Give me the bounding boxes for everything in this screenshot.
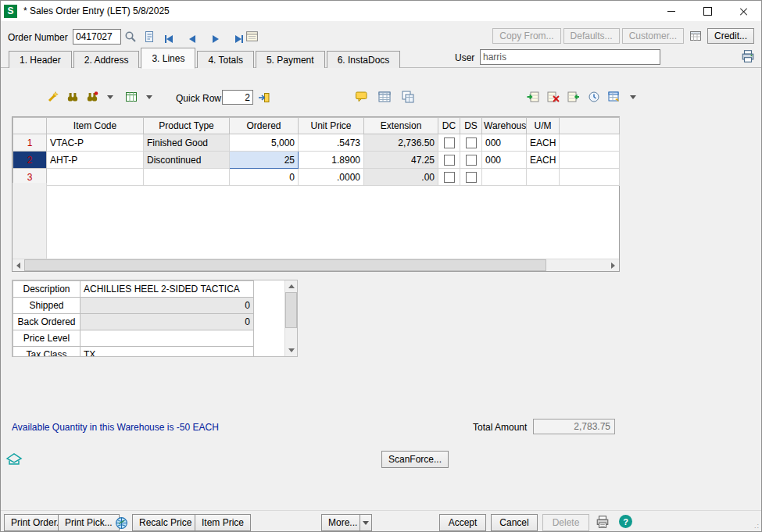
more-dropdown-button[interactable]	[360, 514, 372, 531]
detail-scroll-thumb[interactable]	[285, 292, 297, 328]
memo-icon[interactable]	[245, 29, 259, 43]
quick-row-input[interactable]	[222, 90, 253, 105]
cell-item-code[interactable]: VTAC-P	[47, 134, 144, 152]
help-icon[interactable]: ?	[619, 515, 632, 528]
cell-warehouse[interactable]: 000	[482, 152, 527, 169]
cell-ds[interactable]	[460, 134, 482, 152]
grid-customize-dropdown[interactable]	[144, 90, 155, 104]
cell-item-code[interactable]: AHT-P	[47, 152, 144, 169]
cell-ds[interactable]	[460, 169, 482, 186]
col-ds[interactable]: DS	[460, 118, 482, 134]
detail-value-description[interactable]: ACHILLIES HEEL 2-SIDED TACTICA	[80, 281, 254, 298]
cell-item-code[interactable]	[47, 169, 144, 186]
next-record-icon[interactable]	[209, 32, 223, 46]
cell-dc[interactable]	[438, 169, 460, 186]
printer-setup-icon[interactable]	[741, 49, 755, 63]
next-number-icon[interactable]	[142, 30, 156, 44]
col-dc[interactable]: DC	[438, 118, 460, 134]
scanforce-icon[interactable]	[5, 452, 23, 467]
col-unit-price[interactable]: Unit Price	[299, 118, 364, 134]
find-item-icon[interactable]	[66, 90, 80, 104]
cell-warehouse[interactable]	[482, 169, 527, 186]
defaults-button[interactable]: Defaults...	[563, 28, 620, 44]
cell-unit-price[interactable]: .5473	[299, 134, 364, 152]
more-button[interactable]: More...	[321, 514, 364, 531]
col-item-code[interactable]: Item Code	[47, 118, 144, 134]
scroll-down-button[interactable]	[285, 345, 297, 356]
scroll-up-button[interactable]	[285, 280, 297, 292]
detail-vertical-scrollbar[interactable]	[284, 280, 297, 356]
find-next-icon[interactable]	[85, 90, 99, 104]
cell-ordered[interactable]: 0	[230, 169, 299, 186]
col-extension[interactable]: Extension	[364, 118, 438, 134]
tab-address[interactable]: 2. Address	[73, 51, 140, 68]
first-record-icon[interactable]	[162, 32, 176, 46]
dc-checkbox[interactable]	[444, 172, 455, 183]
tab-payment[interactable]: 5. Payment	[256, 51, 325, 68]
cell-um[interactable]: EACH	[527, 152, 560, 169]
insert-row-icon[interactable]	[526, 90, 540, 104]
tab-header[interactable]: 1. Header	[9, 51, 72, 68]
grid-customize-icon[interactable]	[124, 90, 138, 104]
cell-um[interactable]	[527, 169, 560, 186]
grid-row-2[interactable]: 2 AHT-P Discontinued 25 1.8900 47.25 000…	[13, 152, 620, 169]
detail-value-tax-class[interactable]: TX	[80, 347, 254, 358]
detail-value-price-level[interactable]	[80, 330, 254, 347]
col-product-type[interactable]: Product Type	[144, 118, 230, 134]
delete-button[interactable]: Delete	[542, 514, 589, 531]
credit-button[interactable]: Credit...	[707, 28, 754, 44]
ds-checkbox[interactable]	[466, 155, 477, 166]
scroll-left-button[interactable]	[13, 259, 24, 271]
order-lookup-icon[interactable]	[123, 30, 138, 44]
ds-checkbox[interactable]	[466, 137, 477, 148]
close-button[interactable]	[725, 1, 761, 21]
grid-more-dropdown[interactable]	[628, 90, 639, 104]
col-warehouse[interactable]: Warehouse	[482, 118, 527, 134]
cancel-button[interactable]: Cancel	[491, 514, 538, 531]
recalc-price-button[interactable]: Recalc Price	[132, 514, 199, 531]
item-wand-icon[interactable]	[46, 90, 60, 104]
cell-um[interactable]: EACH	[527, 134, 560, 152]
minimize-button[interactable]	[653, 1, 689, 21]
col-ordered[interactable]: Ordered	[230, 118, 299, 134]
goto-row-icon[interactable]	[257, 91, 271, 105]
row-number[interactable]: 1	[13, 134, 47, 152]
item-price-button[interactable]: Item Price	[195, 514, 251, 531]
scroll-thumb[interactable]	[24, 259, 546, 271]
extended-item-grid-icon[interactable]	[377, 90, 392, 104]
dc-checkbox[interactable]	[444, 155, 455, 166]
previous-record-icon[interactable]	[185, 32, 199, 46]
tab-lines[interactable]: 3. Lines	[141, 48, 195, 69]
renumber-row-icon[interactable]	[567, 90, 581, 104]
customer-button[interactable]: Customer...	[622, 28, 684, 44]
cell-dc[interactable]	[438, 134, 460, 152]
cell-ordered-selected[interactable]: 25	[230, 152, 299, 169]
grid-row-1[interactable]: 1 VTAC-P Finished Good 5,000 .5473 2,736…	[13, 134, 620, 152]
cell-ds[interactable]	[460, 152, 482, 169]
cell-unit-price[interactable]: 1.8900	[299, 152, 364, 169]
cell-unit-price[interactable]: .0000	[299, 169, 364, 186]
accept-button[interactable]: Accept	[439, 514, 486, 531]
copy-lines-icon[interactable]	[401, 90, 415, 104]
find-options-dropdown[interactable]	[105, 90, 116, 104]
col-um[interactable]: U/M	[527, 118, 560, 134]
user-input[interactable]	[480, 49, 660, 65]
reset-rows-icon[interactable]	[587, 90, 601, 104]
scroll-right-button[interactable]	[607, 259, 619, 271]
cell-warehouse[interactable]: 000	[482, 134, 527, 152]
calendar-icon[interactable]	[689, 29, 703, 43]
resize-grip[interactable]: .:	[754, 522, 760, 530]
copy-from-button[interactable]: Copy From...	[492, 28, 560, 44]
row-number[interactable]: 2	[13, 152, 47, 169]
paperless-globe-icon[interactable]	[114, 516, 128, 530]
maximize-button[interactable]	[689, 1, 725, 21]
cell-dc[interactable]	[438, 152, 460, 169]
print-pick-button[interactable]: Print Pick...	[58, 514, 120, 531]
delete-row-icon[interactable]	[546, 90, 560, 104]
cell-ordered[interactable]: 5,000	[230, 134, 299, 152]
scanforce-button[interactable]: ScanForce...	[381, 451, 449, 468]
print-icon[interactable]	[596, 515, 610, 529]
tab-instadocs[interactable]: 6. InstaDocs	[327, 51, 401, 68]
ds-checkbox[interactable]	[466, 172, 477, 183]
order-number-input[interactable]	[73, 29, 121, 45]
